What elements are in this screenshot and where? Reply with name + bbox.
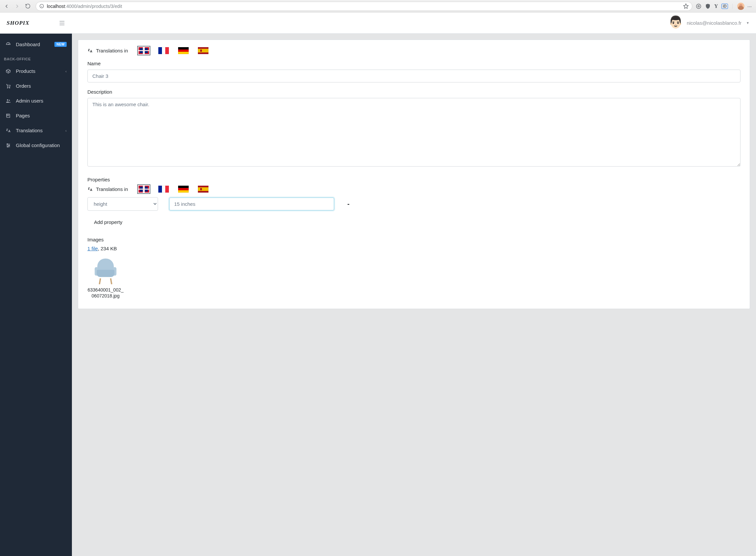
info-icon xyxy=(39,4,44,8)
svg-point-20 xyxy=(8,145,9,146)
image-thumbnail[interactable]: 633640001_002_06072018.jpg xyxy=(88,258,124,299)
images-file-info: 1 file, 234 KB xyxy=(88,246,741,251)
chevron-left-icon: ‹ xyxy=(65,69,67,73)
flag-es[interactable] xyxy=(198,47,208,54)
property-key-select[interactable]: height xyxy=(88,197,158,211)
translations-label: Translations in xyxy=(96,186,128,192)
sidebar-item-orders[interactable]: Orders xyxy=(0,78,72,93)
flag-de[interactable] xyxy=(178,47,189,54)
property-row: height - xyxy=(88,197,741,211)
sidebar-item-label: Global configuration xyxy=(16,142,60,148)
address-bar[interactable]: localhost:4000/admin/products/3/edit xyxy=(36,2,692,11)
flag-es[interactable] xyxy=(198,186,208,193)
browser-profile-avatar[interactable] xyxy=(737,3,745,10)
sliders-icon xyxy=(5,143,11,148)
svg-point-12 xyxy=(7,99,8,101)
flag-de[interactable] xyxy=(178,186,189,193)
sidebar-item-translations[interactable]: Translations ‹ xyxy=(0,123,72,138)
file-link[interactable]: 1 file xyxy=(88,246,98,251)
add-property-button[interactable]: Add property xyxy=(88,217,123,228)
ext-id-icon[interactable]: iD xyxy=(721,4,728,9)
url-text: localhost:4000/admin/products/3/edit xyxy=(47,4,122,9)
browser-menu-button[interactable]: ⋮ xyxy=(748,5,752,8)
flag-fr[interactable] xyxy=(158,47,169,54)
browser-forward-button[interactable] xyxy=(12,2,22,11)
translations-row-properties: Translations in xyxy=(88,186,741,193)
app-logo[interactable]: SHOPIX xyxy=(7,20,29,26)
ext-info-icon[interactable] xyxy=(696,3,701,9)
name-input[interactable] xyxy=(88,70,741,82)
file-size: 234 KB xyxy=(101,246,117,251)
sidebar-item-dashboard[interactable]: Dashboard NEW xyxy=(0,37,72,52)
chevron-left-icon: ‹ xyxy=(65,129,67,133)
flag-en[interactable] xyxy=(139,186,149,193)
form-card: Translations in Name Description Propert… xyxy=(78,40,750,309)
sidebar-item-label: Products xyxy=(16,68,35,74)
browser-toolbar: localhost:4000/admin/products/3/edit Y i… xyxy=(0,0,756,12)
sidebar-item-admin-users[interactable]: Admin users xyxy=(0,93,72,108)
svg-point-19 xyxy=(7,143,8,144)
svg-point-3 xyxy=(697,4,701,8)
user-avatar: 👨🏻 xyxy=(668,16,682,30)
svg-point-10 xyxy=(7,88,8,88)
svg-point-11 xyxy=(9,88,10,88)
ext-brush-icon[interactable]: Y xyxy=(714,3,718,9)
properties-label: Properties xyxy=(88,177,741,182)
sidebar-toggle-button[interactable] xyxy=(58,20,66,27)
book-icon xyxy=(5,113,11,118)
description-label: Description xyxy=(88,89,741,95)
browser-reload-button[interactable] xyxy=(23,2,32,11)
sidebar-item-label: Orders xyxy=(16,83,31,89)
flag-en[interactable] xyxy=(139,47,149,54)
sidebar-item-label: Dashboard xyxy=(16,41,40,47)
main-content: Translations in Name Description Propert… xyxy=(72,34,756,556)
ext-shield-icon[interactable] xyxy=(705,3,711,9)
translate-icon xyxy=(88,48,93,54)
svg-point-4 xyxy=(698,5,699,7)
browser-back-button[interactable] xyxy=(2,2,11,11)
translations-row: Translations in xyxy=(88,47,741,54)
translate-icon xyxy=(88,187,93,192)
cart-icon xyxy=(5,83,11,89)
svg-point-13 xyxy=(9,100,10,101)
translate-icon xyxy=(5,128,11,133)
speedometer-icon xyxy=(5,42,11,47)
svg-point-21 xyxy=(7,146,8,147)
sidebar-item-label: Pages xyxy=(16,113,30,118)
users-icon xyxy=(5,98,11,104)
description-textarea[interactable] xyxy=(88,98,741,167)
property-value-input[interactable] xyxy=(169,198,334,210)
remove-property-button[interactable]: - xyxy=(345,200,352,208)
sidebar-item-label: Admin users xyxy=(16,98,43,104)
thumbnail-filename: 633640001_002_06072018.jpg xyxy=(88,287,124,299)
user-email: nicolas@nicolasblanco.fr xyxy=(687,20,742,26)
sidebar-item-products[interactable]: Products ‹ xyxy=(0,64,72,78)
images-label: Images xyxy=(88,237,741,242)
flag-fr[interactable] xyxy=(158,186,169,193)
star-icon[interactable] xyxy=(683,3,689,9)
user-menu[interactable]: 👨🏻 nicolas@nicolasblanco.fr ▼ xyxy=(668,16,749,30)
caret-down-icon: ▼ xyxy=(746,21,749,25)
app-topbar: SHOPIX 👨🏻 nicolas@nicolasblanco.fr ▼ xyxy=(0,12,756,34)
name-label: Name xyxy=(88,61,741,66)
new-badge: NEW xyxy=(55,42,67,47)
sidebar-item-pages[interactable]: Pages xyxy=(0,108,72,123)
sidebar: Dashboard NEW BACK-OFFICE Products ‹ Ord… xyxy=(0,34,72,556)
sidebar-section-header: BACK-OFFICE xyxy=(0,52,72,64)
chair-image-icon xyxy=(93,258,118,284)
image-thumbnails: 633640001_002_06072018.jpg xyxy=(88,258,741,299)
cube-icon xyxy=(5,69,11,74)
translations-label: Translations in xyxy=(96,48,128,54)
sidebar-item-label: Translations xyxy=(16,128,42,133)
sidebar-item-global-config[interactable]: Global configuration xyxy=(0,138,72,153)
